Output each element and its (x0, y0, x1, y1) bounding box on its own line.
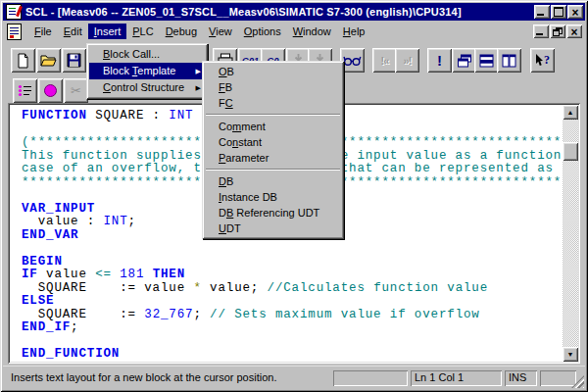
status-insert-mode: INS (505, 370, 537, 386)
errnav-icon: !« (381, 55, 389, 67)
status-panel-empty-2 (540, 370, 576, 386)
tileh-icon (479, 54, 494, 68)
mdi-minimize-icon (536, 33, 543, 35)
code-line: IF value <= 181 THEN (22, 269, 561, 282)
menu-edit[interactable]: Edit (58, 24, 88, 39)
help-icon: ? (535, 53, 550, 68)
cascade-windows-button[interactable] (452, 48, 476, 73)
errnav-icon: »! (404, 55, 412, 67)
scrollbar-thumb[interactable] (563, 142, 578, 161)
status-panel-empty-1 (333, 370, 408, 386)
new-icon (16, 53, 30, 69)
submenu-arrow-icon: ▶ (196, 79, 201, 96)
tilev-icon (502, 54, 516, 68)
menu-help[interactable]: Help (337, 24, 371, 39)
code-line: ELSE (22, 295, 561, 309)
scl-main-window: SCL - [Measv06 -- ZEN05_01_S7SCL__Measv0… (0, 0, 588, 392)
submenu-item-db[interactable]: DB (205, 173, 341, 189)
cut-button[interactable]: ✂ (64, 78, 88, 103)
context-help-button[interactable]: ? (530, 48, 555, 73)
menu-separator (206, 169, 340, 171)
menu-debug[interactable]: Debug (160, 24, 203, 39)
circle-icon (44, 84, 57, 97)
open-icon (40, 54, 57, 68)
scroll-down-button[interactable] (563, 347, 578, 362)
cascade-icon (457, 54, 472, 68)
menu-insert[interactable]: Insert (88, 24, 127, 39)
menu-options[interactable]: Options (238, 24, 287, 39)
submenu-item-instance-db[interactable]: Instance DB (205, 189, 341, 205)
scl-app-icon (6, 4, 22, 20)
submenu-item-fb[interactable]: FB (205, 79, 341, 95)
save-icon (67, 53, 81, 68)
glasses-icon (343, 55, 362, 67)
tile-horizontal-button[interactable] (474, 48, 499, 73)
show-errors-button[interactable]: ! (427, 48, 452, 73)
code-line: SQUARE := value * value; //Calculates fu… (22, 282, 561, 296)
document-icon[interactable] (7, 24, 22, 40)
minimize-button[interactable] (534, 5, 550, 19)
insert-menu: Block Call...Block Template▶Control Stru… (86, 43, 208, 99)
menu-window[interactable]: Window (287, 24, 337, 39)
close-icon (571, 3, 578, 21)
menu-bar: FileEditInsertPLCDebugViewOptionsWindowH… (3, 22, 585, 41)
open-button[interactable] (36, 48, 61, 73)
menu-item-control-structure[interactable]: Control Structure▶ (89, 79, 205, 96)
code-line: BEGIN (22, 256, 561, 270)
maximize-icon (554, 7, 564, 17)
exclaim-icon: ! (437, 52, 442, 69)
mdi-close-icon (570, 23, 577, 40)
status-message: Inserts text layout for a new block at t… (11, 371, 276, 383)
status-line-col: Ln 1 Col 1 (411, 370, 502, 386)
menu-view[interactable]: View (203, 24, 238, 39)
mdi-restore-button[interactable] (550, 24, 565, 38)
code-line: END_IF; (22, 321, 561, 335)
status-bar: Inserts text layout for a new block at t… (3, 366, 585, 389)
code-line (22, 242, 561, 256)
code-line (22, 335, 561, 349)
title-bar[interactable]: SCL - [Measv06 -- ZEN05_01_S7SCL__Measv0… (3, 3, 585, 21)
tile-vertical-button[interactable] (497, 48, 521, 73)
menu-item-label: Block Call... (103, 48, 160, 60)
menu-plc[interactable]: PLC (126, 24, 159, 39)
menu-item-label: Control Structure (103, 81, 184, 93)
submenu-item-ob[interactable]: OB (205, 64, 341, 79)
mdi-window-controls (532, 24, 585, 38)
code-line: END_FUNCTION (22, 348, 561, 361)
new-document-button[interactable] (11, 48, 35, 73)
submenu-item-udt[interactable]: UDT (205, 220, 341, 236)
minimize-icon (537, 14, 544, 16)
close-button[interactable] (567, 5, 583, 19)
breakpoint-button[interactable] (38, 78, 63, 103)
declaration-view-button[interactable] (13, 78, 37, 103)
submenu-item-parameter[interactable]: Parameter (205, 150, 341, 166)
submenu-item-constant[interactable]: Constant (205, 134, 341, 150)
menu-separator (206, 114, 340, 116)
code-line: SQUARE := 32_767; // Sets maximum value … (22, 309, 561, 322)
submenu-item-fc[interactable]: FC (205, 95, 341, 111)
save-button[interactable] (62, 48, 86, 73)
block-template-submenu: OBFBFCCommentConstantParameterDBInstance… (202, 61, 344, 239)
menu-item-block-call[interactable]: Block Call... (89, 46, 205, 63)
next-error-button[interactable]: »! (395, 48, 419, 73)
mdi-close-button[interactable] (566, 24, 582, 38)
menu-bar-items: FileEditInsertPLCDebugViewOptionsWindowH… (28, 22, 370, 41)
mdi-minimize-button[interactable] (533, 24, 549, 38)
submenu-arrow-icon: ▶ (196, 63, 201, 79)
menu-item-label: Block Template (103, 65, 175, 76)
previous-error-button[interactable]: !« (372, 48, 397, 73)
window-title: SCL - [Measv06 -- ZEN05_01_S7SCL__Measv0… (25, 6, 533, 18)
maximize-button[interactable] (551, 5, 566, 19)
submenu-item-comment[interactable]: Comment (205, 119, 341, 134)
scissors-icon: ✂ (71, 83, 81, 98)
scroll-up-button[interactable] (563, 105, 578, 120)
menu-item-block-template[interactable]: Block Template▶ (89, 63, 205, 79)
menu-file[interactable]: File (28, 24, 58, 39)
submenu-item-db-referencing-udt[interactable]: DB Referencing UDT (205, 205, 341, 220)
mdi-restore-icon (553, 27, 563, 36)
assign-icon (18, 84, 32, 97)
vertical-scrollbar[interactable] (563, 105, 578, 362)
